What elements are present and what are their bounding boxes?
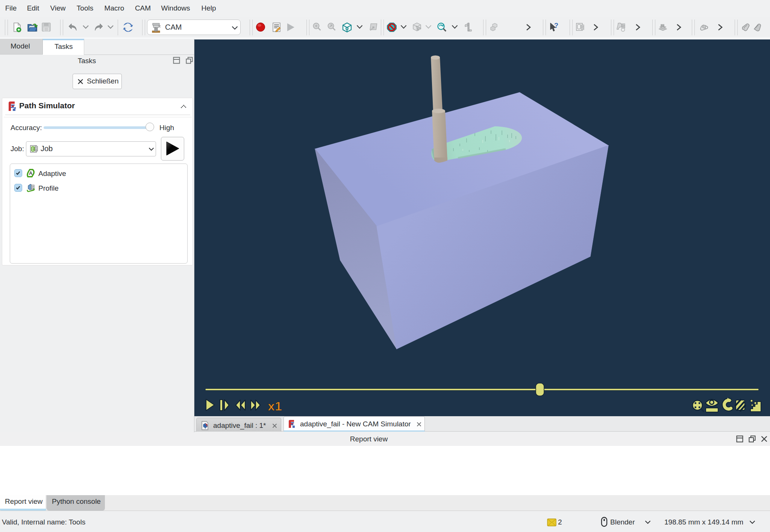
svg-text:?: ? <box>554 22 558 29</box>
svg-text:A: A <box>29 170 33 176</box>
svg-text:x1: x1 <box>268 399 282 413</box>
